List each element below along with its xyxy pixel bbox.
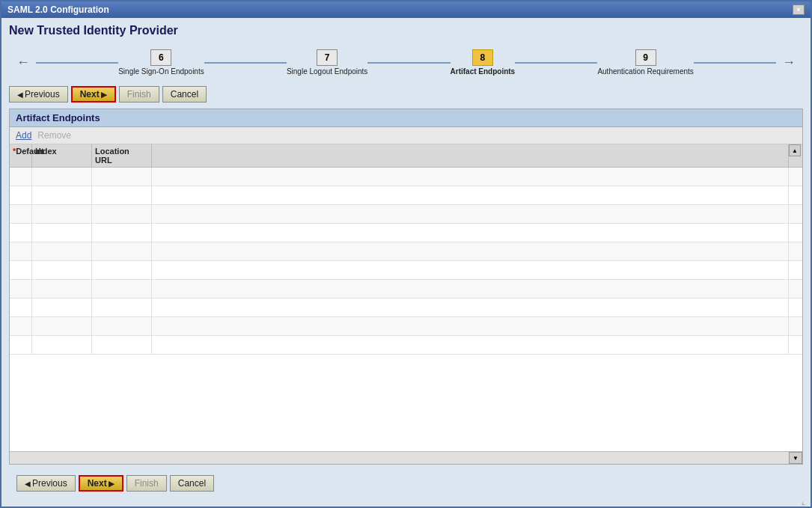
table-row[interactable] [10, 336, 802, 355]
location-url-cell-7 [92, 299, 152, 316]
extra-cell-4 [152, 242, 789, 260]
window-title: SAML 2.0 Configuration [7, 4, 109, 15]
bottom-finish-button[interactable]: Finish [126, 475, 167, 492]
prev-arrow-icon: ◀ [17, 91, 23, 99]
default-cell-4 [10, 242, 32, 260]
table-row[interactable] [10, 299, 802, 317]
top-finish-button[interactable]: Finish [119, 86, 159, 102]
table-row[interactable] [10, 205, 802, 224]
wizard-line-3 [367, 62, 450, 64]
top-next-button[interactable]: Next ▶ [71, 86, 116, 102]
next-arrow-icon: ▶ [101, 91, 107, 99]
page-title: New Trusted Identity Provider [9, 24, 803, 37]
wizard-step-6: 6 Single Sign-On Endpoints [118, 49, 204, 76]
default-cell-5 [10, 261, 32, 279]
index-cell-2 [32, 205, 92, 223]
add-button[interactable]: Add [16, 130, 31, 141]
wizard-step-8: 8 Artifact Endpoints [451, 49, 516, 76]
row-scroll-col-1 [789, 186, 802, 204]
default-cell-3 [10, 224, 32, 242]
row-scroll-col-5 [789, 261, 802, 279]
wizard-line-1 [36, 62, 118, 64]
close-button[interactable]: × [793, 4, 805, 15]
col-header-index: Index [32, 144, 92, 167]
extra-cell-8 [152, 317, 789, 335]
step-7-number[interactable]: 7 [317, 49, 338, 66]
col-header-location-url: Location URL [92, 144, 152, 167]
index-cell-1 [32, 186, 92, 204]
index-cell-5 [32, 261, 92, 279]
wizard-step-7: 7 Single Logout Endpoints [287, 49, 367, 76]
wizard-arrow-left-icon: ← [16, 55, 30, 70]
step-8-number[interactable]: 8 [472, 49, 493, 66]
wizard-line-5 [694, 62, 776, 64]
bottom-previous-button[interactable]: ◀ Previous [16, 475, 76, 492]
resize-handle[interactable]: ⌞ [802, 498, 811, 507]
bottom-prev-arrow-icon: ◀ [25, 480, 31, 488]
window: SAML 2.0 Configuration × New Trusted Ide… [0, 0, 812, 508]
wizard-line-4 [515, 62, 597, 64]
row-scroll-col-9 [789, 336, 802, 354]
bottom-button-bar: ◀ Previous Next ▶ Finish Cancel [16, 474, 796, 493]
title-bar: SAML 2.0 Configuration × [1, 1, 811, 18]
table-row[interactable] [10, 168, 802, 186]
index-cell-4 [32, 242, 92, 260]
location-url-cell-4 [92, 242, 152, 260]
extra-cell-9 [152, 336, 789, 354]
default-cell-8 [10, 317, 32, 335]
index-cell-8 [32, 317, 92, 335]
extra-cell-1 [152, 186, 789, 204]
table-rows [10, 168, 802, 451]
table-row[interactable] [10, 317, 802, 336]
location-url-cell-2 [92, 205, 152, 223]
scroll-down-button[interactable]: ▼ [789, 452, 802, 464]
bottom-section: ◀ Previous Next ▶ Finish Cancel [9, 469, 803, 501]
index-cell-9 [32, 336, 92, 354]
table-wrapper: *Default Index Location URL ▲ ▼ [10, 144, 802, 464]
location-url-cell-3 [92, 224, 152, 242]
col-header-default: *Default [10, 144, 32, 167]
title-bar-buttons: × [793, 4, 805, 15]
default-cell-9 [10, 336, 32, 354]
step-9-number[interactable]: 9 [635, 49, 656, 66]
step-9-label: Authentication Requirements [597, 67, 693, 76]
extra-cell-0 [152, 168, 789, 186]
extra-cell-2 [152, 205, 789, 223]
extra-cell-7 [152, 299, 789, 316]
remove-button[interactable]: Remove [37, 130, 71, 141]
row-scroll-col-4 [789, 242, 802, 260]
top-previous-button[interactable]: ◀ Previous [9, 86, 68, 102]
default-cell-7 [10, 299, 32, 316]
table-row[interactable] [10, 280, 802, 299]
location-url-cell-0 [92, 168, 152, 186]
row-scroll-col-3 [789, 224, 802, 242]
table-section-title: Artifact Endpoints [10, 109, 802, 127]
table-actions-bar: Add Remove [10, 127, 802, 144]
scroll-header: ▲ [789, 144, 802, 167]
table-row[interactable] [10, 186, 802, 205]
extra-cell-3 [152, 224, 789, 242]
bottom-next-button[interactable]: Next ▶ [79, 475, 123, 492]
index-cell-3 [32, 224, 92, 242]
location-url-cell-5 [92, 261, 152, 279]
extra-cell-6 [152, 280, 789, 298]
wizard-line-2 [204, 62, 287, 64]
wizard-step-9: 9 Authentication Requirements [597, 49, 693, 76]
row-scroll-col-2 [789, 205, 802, 223]
artifact-endpoints-table: Artifact Endpoints Add Remove *Default I… [9, 108, 803, 465]
table-row[interactable] [10, 242, 802, 261]
location-url-cell-8 [92, 317, 152, 335]
top-cancel-button[interactable]: Cancel [162, 86, 207, 102]
scroll-up-button[interactable]: ▲ [789, 144, 801, 156]
step-6-number[interactable]: 6 [150, 49, 171, 66]
step-8-label: Artifact Endpoints [451, 67, 516, 76]
default-cell-2 [10, 205, 32, 223]
table-row[interactable] [10, 261, 802, 280]
index-cell-6 [32, 280, 92, 298]
location-url-cell-1 [92, 186, 152, 204]
table-row[interactable] [10, 224, 802, 242]
step-7-label: Single Logout Endpoints [287, 67, 367, 76]
bottom-next-arrow-icon: ▶ [109, 480, 115, 488]
row-scroll-col-0 [789, 168, 802, 186]
bottom-cancel-button[interactable]: Cancel [170, 475, 214, 492]
